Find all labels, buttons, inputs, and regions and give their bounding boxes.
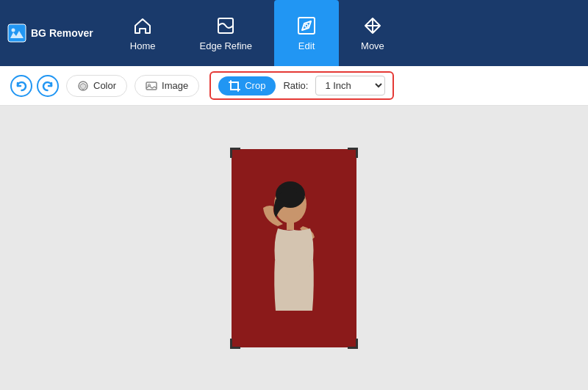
crop-label: Crop (245, 80, 265, 91)
crop-handle-topright[interactable] (348, 148, 358, 158)
redo-button[interactable] (37, 75, 59, 97)
crop-handle-topleft[interactable] (230, 148, 240, 158)
svg-rect-0 (8, 24, 26, 42)
undo-button[interactable] (10, 75, 32, 97)
edge-refine-icon (215, 15, 236, 36)
tab-edit-label: Edit (298, 40, 315, 51)
crop-button[interactable]: Crop (218, 76, 276, 95)
tab-move-label: Move (361, 40, 384, 51)
tab-move[interactable]: Move (339, 0, 406, 66)
person-image (243, 164, 345, 340)
svg-point-1 (12, 29, 15, 32)
crop-handle-bottomright[interactable] (348, 339, 358, 349)
brand: BG Remover (7, 24, 93, 43)
navbar: BG Remover Home Edge Refine Edit (0, 0, 588, 66)
svg-rect-6 (146, 82, 157, 90)
crop-handle-bottomleft[interactable] (230, 339, 240, 349)
undo-redo-group (10, 75, 59, 97)
ratio-select[interactable]: 1 Inch 2 Inch Custom (315, 76, 385, 95)
svg-rect-3 (298, 18, 315, 34)
image-container (232, 149, 356, 347)
crop-icon (229, 80, 240, 92)
tab-home[interactable]: Home (108, 0, 178, 66)
color-label: Color (93, 80, 116, 91)
color-icon (77, 80, 89, 92)
svg-rect-8 (231, 82, 238, 90)
canvas-area (0, 106, 588, 390)
image-button[interactable]: Image (135, 75, 199, 97)
svg-rect-11 (287, 220, 294, 230)
brand-icon (7, 24, 26, 43)
tab-home-label: Home (130, 40, 156, 51)
brand-name: BG Remover (31, 27, 93, 39)
image-icon (146, 80, 157, 92)
crop-section: Crop Ratio: 1 Inch 2 Inch Custom (209, 71, 394, 100)
toolbar: Color Image Crop Ratio: 1 Inch 2 Inch Cu… (0, 66, 588, 106)
edit-icon (296, 15, 317, 36)
nav-tabs: Home Edge Refine Edit Move (108, 0, 406, 66)
move-icon (362, 15, 383, 36)
image-label: Image (162, 80, 188, 91)
color-button[interactable]: Color (66, 75, 127, 97)
ratio-label: Ratio: (283, 80, 308, 91)
tab-edit[interactable]: Edit (274, 0, 339, 66)
svg-point-4 (305, 24, 308, 27)
home-icon (132, 15, 153, 36)
tab-edge-refine[interactable]: Edge Refine (178, 0, 275, 66)
tab-edge-refine-label: Edge Refine (200, 40, 253, 51)
